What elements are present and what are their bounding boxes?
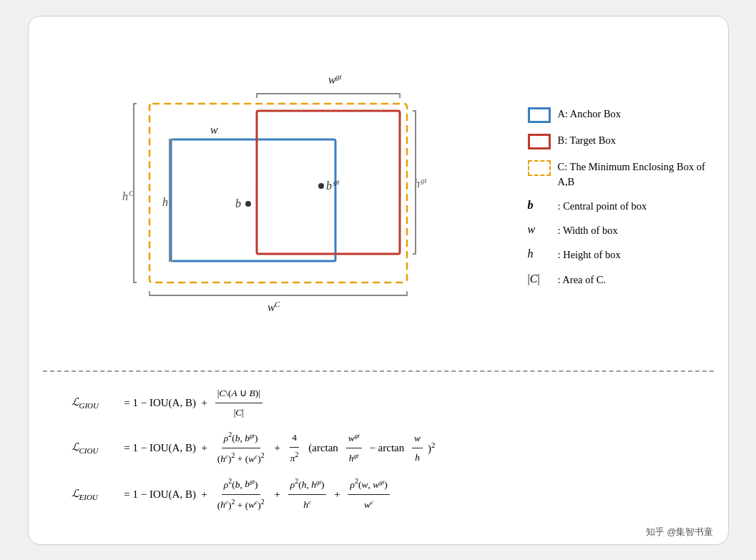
eiou-plus2: +: [331, 485, 343, 504]
eiou-frac3: ρ2(w, wgt) wc: [348, 475, 389, 514]
ciou-frac3: wgt hgt: [346, 429, 362, 467]
ciou-frac3-den: hgt: [347, 448, 361, 467]
svg-point-13: [318, 183, 324, 189]
legend-box-blue: [528, 107, 551, 123]
svg-text:h: h: [122, 190, 128, 202]
svg-text:h: h: [162, 196, 168, 208]
watermark: 知乎 @集智书童: [29, 523, 728, 544]
ciou-frac4: w h: [412, 430, 423, 467]
legend-desc-w: : Width of box: [558, 223, 618, 237]
legend-desc-b: : Central point of box: [558, 199, 647, 213]
ciou-label: ℒCIOU: [72, 438, 122, 458]
ciou-frac4-den: h: [413, 448, 422, 466]
ciou-frac2-den: π2: [288, 448, 301, 467]
legend-label-a: A: Anchor Box: [558, 107, 622, 121]
svg-point-12: [245, 201, 251, 207]
svg-text:gt: gt: [421, 176, 428, 185]
ciou-frac3-num: wgt: [346, 429, 362, 448]
ciou-frac4-num: w: [412, 430, 423, 448]
legend-label-c: C: The Minimum Enclosing Box of A,B: [558, 159, 707, 189]
legend-item-c: C: The Minimum Enclosing Box of A,B: [528, 159, 707, 189]
giou-eq: = 1 − IOU(A, B) +: [122, 393, 210, 413]
eiou-content: = 1 − IOU(A, B) + ρ2(b, bgt) (hc)2 + (wc…: [122, 475, 392, 514]
giou-frac: |C\(A ∪ B)| |C|: [215, 385, 262, 422]
main-card: w gt w h C h: [28, 16, 729, 545]
legend-sym-b: b: [528, 199, 551, 212]
formula-eiou: ℒEIOU = 1 − IOU(A, B) + ρ2(b, bgt) (hc)2…: [72, 475, 707, 514]
ciou-minus: − arctan: [367, 438, 407, 458]
giou-frac-num: |C\(A ∪ B)|: [215, 385, 262, 403]
legend-item-w-sym: w : Width of box: [528, 223, 707, 237]
ciou-close: )2: [428, 438, 436, 458]
ciou-plus: +: [272, 438, 283, 458]
watermark-text: 知乎 @集智书童: [646, 526, 714, 537]
diagram-svg: w gt w h C h: [85, 68, 486, 325]
svg-rect-4: [171, 139, 335, 261]
eiou-frac2: ρ2(h, hgt) hc: [288, 475, 327, 514]
legend-item-h-sym: h : Height of box: [528, 247, 707, 262]
ciou-frac1-den: (hc)2 + (wc)2: [215, 448, 267, 468]
legend-box-red: [528, 134, 551, 149]
giou-label: ℒGIOU: [72, 393, 122, 413]
eiou-frac1-den: (hc)2 + (wc)2: [215, 495, 267, 514]
giou-frac-den: |C|: [232, 403, 246, 421]
legend-item-b-sym: b : Central point of box: [528, 199, 707, 213]
eiou-plus1: +: [272, 485, 283, 504]
top-section: w gt w h C h: [29, 16, 728, 370]
legend-item-b: B: Target Box: [528, 133, 707, 149]
svg-text:gt: gt: [335, 72, 343, 81]
svg-text:gt: gt: [333, 177, 340, 186]
legend-area: A: Anchor Box B: Target Box C: The Minim…: [521, 31, 707, 363]
svg-text:b: b: [326, 180, 332, 192]
eiou-frac1-num: ρ2(b, bgt): [222, 475, 260, 495]
legend-sym-c: |C|: [528, 272, 551, 285]
ciou-frac2-num: 4: [290, 429, 299, 448]
eiou-label: ℒEIOU: [72, 484, 122, 505]
bottom-section: ℒGIOU = 1 − IOU(A, B) + |C\(A ∪ B)| |C| …: [29, 372, 728, 523]
legend-desc-h: : Height of box: [558, 247, 621, 262]
ciou-content: = 1 − IOU(A, B) + ρ2(b, bgt) (hc)2 + (wc…: [122, 428, 436, 468]
svg-text:w: w: [210, 124, 218, 136]
eiou-frac2-num: ρ2(h, hgt): [288, 475, 327, 495]
ciou-frac2: 4 π2: [288, 429, 301, 467]
eiou-eq1: = 1 − IOU(A, B) +: [122, 485, 210, 504]
legend-label-b: B: Target Box: [558, 133, 616, 147]
legend-item-a: A: Anchor Box: [528, 107, 707, 123]
eiou-frac3-den: wc: [362, 495, 375, 514]
ciou-frac1: ρ2(b, bgt) (hc)2 + (wc)2: [215, 428, 267, 468]
legend-desc-c: : Area of C.: [558, 272, 607, 287]
ciou-eq1: = 1 − IOU(A, B) +: [122, 438, 210, 458]
ciou-frac1-num: ρ2(b, bgt): [222, 428, 260, 448]
svg-text:C: C: [275, 300, 280, 308]
legend-box-dashed: [528, 160, 551, 176]
ciou-arctan: (arctan: [305, 438, 340, 458]
formula-giou: ℒGIOU = 1 − IOU(A, B) + |C\(A ∪ B)| |C|: [72, 385, 707, 422]
eiou-frac1: ρ2(b, bgt) (hc)2 + (wc)2: [215, 475, 267, 514]
formula-ciou: ℒCIOU = 1 − IOU(A, B) + ρ2(b, bgt) (hc)2…: [72, 428, 707, 468]
svg-rect-2: [149, 104, 407, 283]
eiou-frac2-den: hc: [301, 495, 313, 514]
giou-content: = 1 − IOU(A, B) + |C\(A ∪ B)| |C|: [122, 385, 265, 422]
svg-text:b: b: [235, 197, 241, 210]
diagram-area: w gt w h C h: [50, 31, 521, 363]
legend-item-c-sym: |C| : Area of C.: [528, 272, 707, 287]
eiou-frac3-num: ρ2(w, wgt): [348, 475, 389, 495]
legend-sym-w: w: [528, 223, 551, 236]
legend-sym-h: h: [528, 247, 551, 260]
